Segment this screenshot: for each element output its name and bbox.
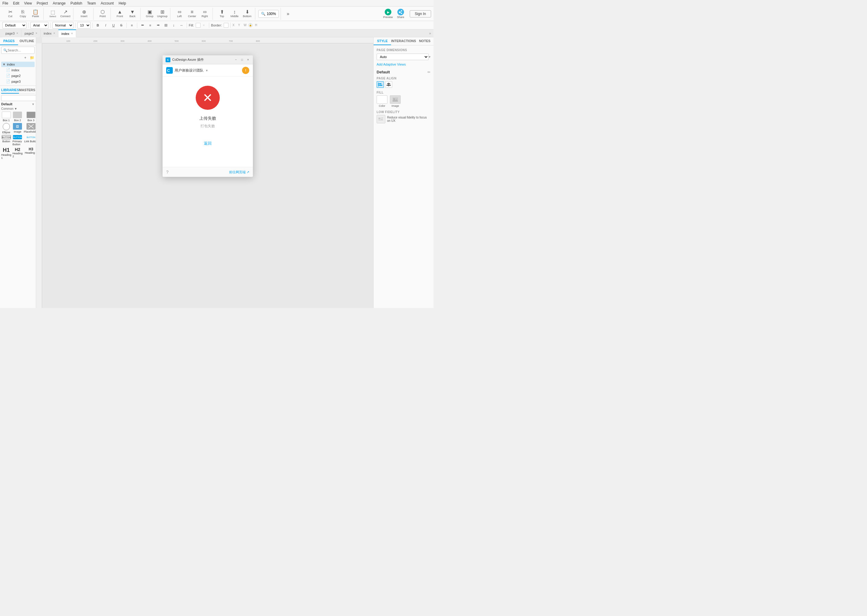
border-color-swatch[interactable]	[224, 23, 229, 28]
dialog-help-button[interactable]: ?	[166, 170, 169, 174]
lib-item-box3[interactable]: Box 3	[24, 112, 36, 122]
tab-index-1[interactable]: index ×	[41, 30, 58, 37]
tab-page3[interactable]: page3 ×	[2, 30, 21, 37]
share-button[interactable]: Share	[395, 8, 407, 20]
lib-item-image[interactable]: 🖼 Image	[13, 123, 23, 134]
ungroup-button[interactable]: ⊞ Ungroup	[156, 8, 168, 20]
lib-item-ellipse[interactable]: Ellipse	[1, 123, 11, 134]
lib-dropdown-btn[interactable]: ▼	[32, 102, 35, 106]
lib-item-box1[interactable]: Box 1	[1, 112, 11, 122]
menu-account[interactable]: Account	[101, 1, 114, 5]
tab-page3-close[interactable]: ×	[17, 31, 18, 35]
lib-item-primary-button[interactable]: BUTTON Primary Button	[13, 135, 23, 146]
connect-button[interactable]: ↗ Connect	[59, 8, 71, 20]
lock-icon[interactable]: 🔒	[248, 23, 252, 27]
point-button[interactable]: ⬡ Point	[97, 8, 109, 20]
align-center-button[interactable]: ≡ Center	[186, 8, 198, 20]
fill-color-option[interactable]: Color	[377, 95, 388, 107]
align-center-text-button[interactable]: ≡	[147, 22, 153, 28]
more-button[interactable]: »	[282, 8, 294, 20]
menu-team[interactable]: Team	[87, 1, 96, 5]
align-right-button[interactable]: ⬄ Right	[199, 8, 211, 20]
underline-button[interactable]: U	[110, 22, 117, 28]
dimension-select[interactable]: Auto	[377, 53, 429, 60]
dialog-maximize-button[interactable]: □	[240, 58, 244, 62]
bold-button[interactable]: B	[95, 22, 101, 28]
masters-tab[interactable]: MASTERS	[19, 87, 35, 94]
menu-file[interactable]: File	[2, 1, 8, 5]
italic-button[interactable]: I	[102, 22, 109, 28]
page-align-center-button[interactable]	[385, 81, 392, 88]
page-item-page3[interactable]: 📄 page3	[5, 79, 35, 84]
insert-button[interactable]: ⊕ Insert	[76, 8, 91, 20]
zoom-control[interactable]: 🔍 100%	[258, 10, 279, 18]
font-select[interactable]: Arial	[30, 22, 49, 28]
lib-item-link-button[interactable]: BUTTON Link Button	[24, 135, 36, 146]
menu-arrange[interactable]: Arrange	[53, 1, 66, 5]
tab-index-active-close[interactable]: ×	[71, 32, 73, 35]
char-spacing-button[interactable]: ↔	[178, 22, 185, 28]
paste-button[interactable]: 📋 Paste	[30, 8, 41, 20]
line-height-button[interactable]: ↕	[170, 22, 177, 28]
align-right-text-button[interactable]: ➡	[155, 22, 161, 28]
menu-help[interactable]: Help	[118, 1, 126, 5]
selection-mode-button[interactable]: ⬚ Select	[47, 8, 59, 20]
align-top-button[interactable]: ⬆ Top	[216, 8, 228, 20]
lib-search-input[interactable]	[1, 95, 36, 101]
menu-edit[interactable]: Edit	[13, 1, 19, 5]
dialog-team-dropdown[interactable]: ▼	[205, 69, 208, 72]
lib-item-heading1[interactable]: H1 Heading 1	[1, 147, 11, 159]
tab-page2-close[interactable]: ×	[36, 31, 37, 35]
style-tab[interactable]: STYLE	[374, 37, 391, 45]
tab-index-active[interactable]: index ×	[58, 30, 76, 37]
edit-icon[interactable]: ✏	[427, 70, 430, 74]
tab-page2[interactable]: page2 ×	[21, 30, 40, 37]
page-align-left-button[interactable]	[377, 81, 384, 88]
add-adaptive-views-link[interactable]: Add Adaptive Views	[377, 63, 430, 66]
dialog-minimize-button[interactable]: −	[234, 58, 238, 62]
lib-item-heading3[interactable]: H3 Heading 3	[24, 147, 36, 159]
pages-tab[interactable]: PAGES	[0, 37, 18, 45]
text-style-select[interactable]: Normal	[52, 22, 74, 28]
page-item-index-root[interactable]: ▼ index	[1, 62, 35, 67]
outline-tab[interactable]: OUTLINE	[18, 37, 36, 45]
fill-color-swatch[interactable]	[195, 23, 200, 28]
style-select[interactable]: Default	[2, 22, 27, 28]
menu-view[interactable]: View	[24, 1, 32, 5]
group-button[interactable]: ▣ Group	[143, 8, 156, 20]
dialog-info-button[interactable]: !	[242, 67, 249, 74]
lib-item-box2[interactable]: Box 2	[13, 112, 23, 122]
canvas[interactable]: 100 200 300 400 500 600 700 800 C CoDesi…	[36, 37, 373, 308]
align-middle-button[interactable]: ↕ Middle	[229, 8, 241, 20]
lib-item-placeholder[interactable]: Placeholder	[24, 123, 36, 134]
folder-button[interactable]: 📁	[29, 55, 35, 60]
menu-publish[interactable]: Publish	[71, 1, 82, 5]
lib-item-button[interactable]: BUTTON Button	[1, 135, 11, 146]
front-button[interactable]: ▲ Front	[114, 8, 126, 20]
page-item-index[interactable]: 📄 index	[5, 67, 35, 73]
tabs-overflow[interactable]: »	[429, 31, 434, 36]
preview-button[interactable]: Preview	[382, 8, 394, 20]
libraries-tab[interactable]: LIBRARIES	[1, 87, 19, 94]
back-button[interactable]: ▼ Back	[126, 8, 139, 20]
interactions-tab[interactable]: INTERACTIONS	[391, 37, 416, 45]
return-link[interactable]: 返回	[204, 141, 212, 146]
size-select[interactable]: 13	[77, 22, 91, 28]
align-left-text-button[interactable]: ⬅	[139, 22, 146, 28]
justify-text-button[interactable]: ▤	[162, 22, 169, 28]
menu-project[interactable]: Project	[37, 1, 48, 5]
fill-image-option[interactable]: Image	[390, 95, 401, 107]
copy-button[interactable]: ⎘ Copy	[17, 8, 29, 20]
dialog-web-link[interactable]: 前往网页端 ↗	[229, 170, 249, 174]
align-bottom-button[interactable]: ⬇ Bottom	[241, 8, 253, 20]
lib-item-heading2[interactable]: H2 Heading 2	[13, 147, 23, 159]
align-left-button[interactable]: ⬄ Left	[173, 8, 186, 20]
notes-tab[interactable]: NOTES	[416, 37, 434, 45]
fill-none-btn[interactable]: ✕	[202, 23, 207, 28]
strikethrough-button[interactable]: S	[118, 22, 125, 28]
page-item-page2[interactable]: 📄 page2	[5, 73, 35, 79]
add-page-button[interactable]: +	[22, 55, 28, 60]
cut-button[interactable]: ✂ Cut	[4, 8, 16, 20]
tab-index-1-close[interactable]: ×	[53, 31, 55, 35]
dialog-close-button[interactable]: ×	[246, 58, 250, 62]
